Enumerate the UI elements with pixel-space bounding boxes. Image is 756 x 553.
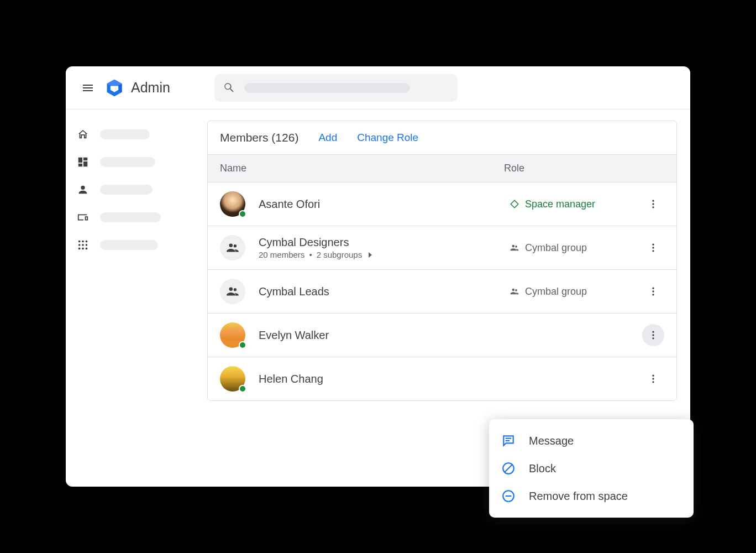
- add-button[interactable]: Add: [318, 132, 337, 144]
- hamburger-icon: [81, 81, 95, 95]
- column-name-header: Name: [220, 163, 504, 174]
- sidebar-label-skeleton: [100, 212, 161, 222]
- member-row[interactable]: Helen Chang: [208, 357, 676, 400]
- sidebar: [66, 109, 207, 487]
- more-vert-icon: [648, 286, 659, 297]
- devices-icon: [77, 211, 89, 223]
- svg-point-7: [78, 244, 81, 246]
- presence-indicator: [239, 341, 246, 349]
- admin-logo-icon: [103, 77, 125, 99]
- svg-point-32: [652, 337, 654, 339]
- main-content: Members (126) Add Change Role Name Role …: [207, 109, 690, 487]
- svg-point-20: [652, 244, 654, 246]
- avatar-wrap: [220, 235, 245, 260]
- group-avatar: [220, 235, 245, 260]
- svg-point-27: [652, 288, 654, 289]
- sidebar-item-apps[interactable]: [72, 233, 201, 257]
- table-header: Name Role: [208, 154, 676, 182]
- app-body: Members (126) Add Change Role Name Role …: [66, 109, 690, 487]
- member-name: Evelyn Walker: [259, 329, 510, 342]
- svg-point-10: [78, 248, 81, 250]
- menu-item-message[interactable]: Message: [489, 427, 694, 455]
- row-overflow-menu[interactable]: [642, 368, 664, 390]
- svg-point-14: [652, 203, 654, 205]
- hamburger-menu-button[interactable]: [77, 77, 99, 99]
- role-text: Cymbal group: [525, 286, 587, 298]
- home-icon: [77, 128, 89, 140]
- group-avatar: [220, 279, 245, 304]
- sidebar-label-skeleton: [100, 240, 158, 250]
- sidebar-label-skeleton: [100, 157, 155, 167]
- member-row[interactable]: Cymbal Leads Cymbal group: [208, 270, 676, 314]
- svg-point-33: [652, 375, 654, 377]
- more-vert-icon: [648, 242, 659, 253]
- svg-point-8: [82, 244, 84, 246]
- remove-icon: [501, 489, 516, 503]
- member-row[interactable]: Evelyn Walker: [208, 314, 676, 357]
- svg-point-29: [652, 294, 654, 295]
- svg-point-25: [512, 289, 515, 291]
- row-overflow-menu[interactable]: [642, 237, 664, 259]
- member-row[interactable]: Cymbal Designers 20 members • 2 subgroup…: [208, 226, 676, 270]
- avatar-wrap: [220, 366, 245, 392]
- change-role-button[interactable]: Change Role: [357, 132, 418, 144]
- name-cell: Cymbal Designers 20 members • 2 subgroup…: [245, 236, 510, 259]
- app-logo-wrap: Admin: [103, 77, 170, 99]
- context-menu: Message Block Remove from space: [489, 419, 694, 518]
- group-icon: [225, 241, 240, 255]
- members-panel: Members (126) Add Change Role Name Role …: [207, 121, 677, 401]
- dashboard-icon: [77, 156, 89, 168]
- name-cell: Cymbal Leads: [245, 285, 510, 298]
- role-text: Cymbal group: [525, 242, 587, 254]
- menu-item-block[interactable]: Block: [489, 455, 694, 482]
- search-bar[interactable]: [214, 74, 458, 102]
- svg-point-21: [652, 247, 654, 248]
- person-icon: [77, 184, 89, 196]
- group-icon: [225, 284, 240, 299]
- row-overflow-menu[interactable]: [642, 324, 664, 346]
- sidebar-item-devices[interactable]: [72, 206, 201, 229]
- svg-point-18: [512, 245, 515, 248]
- svg-point-19: [515, 246, 517, 248]
- panel-header: Members (126) Add Change Role: [208, 121, 676, 154]
- row-overflow-menu[interactable]: [642, 193, 664, 215]
- sidebar-item-users[interactable]: [72, 178, 201, 201]
- svg-point-22: [652, 250, 654, 252]
- svg-point-28: [652, 290, 654, 292]
- member-name: Asante Ofori: [259, 198, 510, 211]
- svg-point-4: [78, 241, 81, 243]
- presence-indicator: [239, 210, 246, 218]
- app-title: Admin: [131, 80, 170, 96]
- menu-item-label: Remove from space: [529, 490, 628, 503]
- svg-point-11: [82, 248, 84, 250]
- svg-point-16: [229, 243, 233, 247]
- menu-item-remove[interactable]: Remove from space: [489, 482, 694, 510]
- search-icon: [223, 82, 235, 94]
- row-overflow-menu[interactable]: [642, 280, 664, 302]
- presence-indicator: [239, 385, 246, 393]
- block-icon: [501, 461, 516, 476]
- avatar-wrap: [220, 191, 245, 217]
- name-cell: Helen Chang: [245, 373, 510, 385]
- more-vert-icon: [648, 199, 659, 210]
- sidebar-label-skeleton: [100, 185, 153, 195]
- svg-point-26: [515, 289, 517, 291]
- svg-point-5: [82, 241, 84, 243]
- member-name: Helen Chang: [259, 373, 510, 385]
- role-cell: Cymbal group: [510, 286, 642, 298]
- app-header: Admin: [66, 66, 690, 109]
- member-row[interactable]: Asante Ofori Space manager: [208, 182, 676, 226]
- group-icon: [510, 243, 519, 253]
- svg-point-15: [652, 206, 654, 208]
- avatar-wrap: [220, 322, 245, 348]
- panel-title: Members (126): [220, 131, 298, 144]
- svg-point-30: [652, 331, 654, 333]
- sidebar-item-home[interactable]: [72, 123, 201, 146]
- sidebar-item-dashboard[interactable]: [72, 150, 201, 174]
- role-cell: Cymbal group: [510, 242, 642, 254]
- svg-point-34: [652, 378, 654, 379]
- svg-point-24: [234, 288, 237, 291]
- svg-point-9: [86, 244, 88, 246]
- svg-line-39: [505, 465, 512, 472]
- message-icon: [501, 434, 516, 448]
